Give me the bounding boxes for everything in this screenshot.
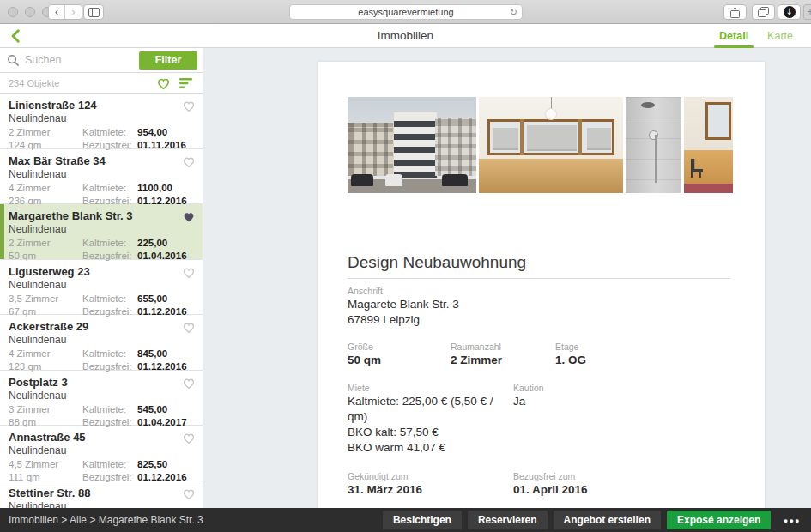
property-rooms: 2 Zimmer: [9, 237, 82, 250]
favorite-heart-icon[interactable]: [182, 321, 196, 334]
anschrift-section: Anschrift Magarete Blank Str. 3 67899 Le…: [348, 286, 730, 328]
action-buttons: Besichtigen Reservieren Angebot erstelle…: [383, 511, 811, 529]
sort-icon[interactable]: [179, 77, 194, 89]
groesse-label: Größe: [348, 342, 451, 353]
browser-toolbar: ‹ › easysquarevermietung ↻ ↓ +: [0, 0, 811, 24]
gekuendigt-value: 31. März 2016: [348, 482, 513, 498]
photo-shower[interactable]: [626, 97, 681, 193]
property-row[interactable]: Stettiner Str. 88 Neulindenau: [0, 481, 203, 509]
property-row[interactable]: Annastraße 45 Neulindenau 4,5 Zimmer Kal…: [0, 426, 203, 481]
property-detail-card: Design Neubauwohnung Anschrift Magarete …: [318, 62, 765, 508]
property-rooms: 2 Zimmer: [9, 126, 82, 139]
close-window-button[interactable]: [8, 7, 18, 17]
tab-detail[interactable]: Detail: [716, 24, 752, 48]
filter-button[interactable]: Filter: [139, 51, 197, 70]
page-title: Immobilien: [0, 29, 811, 42]
favorite-heart-icon[interactable]: [182, 266, 196, 279]
kaltmiete-label: Kaltmiete:: [82, 293, 137, 305]
property-rooms: 3 Zimmer: [9, 403, 82, 416]
sidebar-toggle-button[interactable]: [83, 4, 104, 20]
kaltmiete-label: Kaltmiete:: [82, 126, 137, 139]
reload-icon[interactable]: ↻: [510, 7, 517, 18]
favorite-heart-icon[interactable]: [182, 432, 196, 444]
photo-furnished-room[interactable]: [684, 97, 733, 193]
new-tab-button[interactable]: +: [803, 4, 811, 20]
kaltmiete-value: 954,00: [137, 126, 194, 139]
favorite-heart-icon[interactable]: [182, 100, 196, 112]
property-title: Annastraße 45: [9, 431, 194, 444]
result-count: 234 Objekte: [9, 78, 148, 88]
address-bar[interactable]: easysquarevermietung ↻: [289, 4, 523, 20]
more-actions-icon[interactable]: •••: [784, 514, 801, 527]
photo-building-exterior[interactable]: [348, 97, 476, 193]
favorite-heart-filled-icon[interactable]: [182, 210, 196, 223]
kaltmiete-value: 825,50: [137, 458, 194, 471]
results-bar: 234 Objekte: [0, 73, 203, 94]
bezugsfrei-zum-value: 01. April 2016: [513, 482, 730, 498]
tab-karte[interactable]: Karte: [764, 24, 796, 48]
browser-back-button[interactable]: ‹: [49, 5, 65, 19]
miete-bko-warm: BKO warm 41,07 €: [348, 440, 513, 456]
favorites-filter-icon[interactable]: [156, 76, 171, 90]
property-title: Ligusterweg 23: [9, 265, 194, 279]
property-row-selected[interactable]: Margarethe Blank Str. 3 Neulindenau 2 Zi…: [0, 204, 203, 260]
search-input[interactable]: [25, 54, 134, 66]
kaltmiete-label: Kaltmiete:: [82, 458, 137, 471]
window-controls: [8, 7, 52, 17]
kaltmiete-value: 1100,00: [137, 182, 194, 195]
anschrift-label: Anschrift: [348, 286, 730, 297]
size-section: Größe 50 qm Raumanzahl 2 Zimmer Etage 1.…: [348, 342, 730, 368]
property-row[interactable]: Ackerstraße 29 Neulindenau 4 Zimmer Kalt…: [0, 315, 203, 371]
title-divider: [348, 278, 730, 279]
property-row[interactable]: Linienstraße 124 Neulindenau 2 Zimmer Ka…: [0, 94, 203, 149]
favorite-heart-icon[interactable]: [182, 487, 196, 500]
expose-anzeigen-button[interactable]: Exposé anzeigen: [667, 511, 771, 529]
minimize-window-button[interactable]: [25, 7, 35, 17]
kaution-label: Kaution: [513, 383, 730, 394]
property-district: Neulindenau: [9, 279, 194, 292]
photo-gallery: [348, 97, 735, 193]
etage-value: 1. OG: [555, 353, 730, 368]
url-text: easysquarevermietung: [358, 7, 453, 17]
dates-section: Gekündigt zum 31. März 2016 Bezugsfrei z…: [348, 471, 730, 498]
favorite-heart-icon[interactable]: [182, 155, 196, 168]
listing-title: Design Neubauwohnung: [348, 253, 730, 272]
download-icon: ↓: [784, 6, 796, 18]
tab-overview-button[interactable]: [752, 4, 775, 20]
app-header: Immobilien Detail Karte: [0, 24, 811, 48]
property-title: Max Bär Straße 34: [9, 154, 194, 168]
action-bar: Immobilien > Alle > Magarethe Blank Str.…: [0, 508, 811, 532]
share-icon: [730, 7, 740, 18]
share-button[interactable]: [723, 4, 747, 20]
property-title: Linienstraße 124: [9, 99, 194, 112]
property-district: Neulindenau: [9, 390, 194, 402]
property-title: Stettiner Str. 88: [9, 487, 194, 500]
kaltmiete-value: 545,00: [137, 403, 194, 416]
sidebar-icon: [88, 8, 100, 17]
downloads-button[interactable]: ↓: [778, 4, 801, 20]
property-row[interactable]: Ligusterweg 23 Neulindenau 3,5 Zimmer Ka…: [0, 260, 203, 316]
property-list-sidebar: Filter 234 Objekte Linienstraße 124 Neul…: [0, 48, 203, 508]
gekuendigt-label: Gekündigt zum: [348, 471, 513, 482]
property-district: Neulindenau: [9, 500, 194, 509]
favorite-heart-icon[interactable]: [182, 377, 196, 390]
main-area: Filter 234 Objekte Linienstraße 124 Neul…: [0, 48, 811, 508]
property-title: Ackerstraße 29: [9, 320, 194, 334]
anschrift-city: 67899 Leipzig: [348, 312, 730, 328]
besichtigen-button[interactable]: Besichtigen: [383, 511, 462, 529]
kaltmiete-value: 225,00: [137, 237, 194, 250]
kaltmiete-value: 845,00: [137, 348, 194, 360]
property-row[interactable]: Postplatz 3 Neulindenau 3 Zimmer Kaltmie…: [0, 371, 203, 426]
bezugsfrei-zum-label: Bezugsfrei zum: [513, 471, 730, 482]
kaution-value: Ja: [513, 394, 730, 409]
angebot-erstellen-button[interactable]: Angebot erstellen: [554, 511, 661, 529]
property-district: Neulindenau: [9, 112, 194, 125]
property-district: Neulindenau: [9, 223, 194, 236]
browser-forward-button[interactable]: ›: [65, 5, 82, 19]
miete-kaltmiete: Kaltmiete: 225,00 € (5,50 € / qm): [348, 394, 513, 425]
property-rooms: 4 Zimmer: [9, 348, 82, 360]
photo-empty-living-room[interactable]: [479, 97, 623, 193]
property-title: Postplatz 3: [9, 376, 194, 390]
property-row[interactable]: Max Bär Straße 34 Neulindenau 4 Zimmer K…: [0, 149, 203, 205]
reservieren-button[interactable]: Reservieren: [468, 511, 548, 529]
